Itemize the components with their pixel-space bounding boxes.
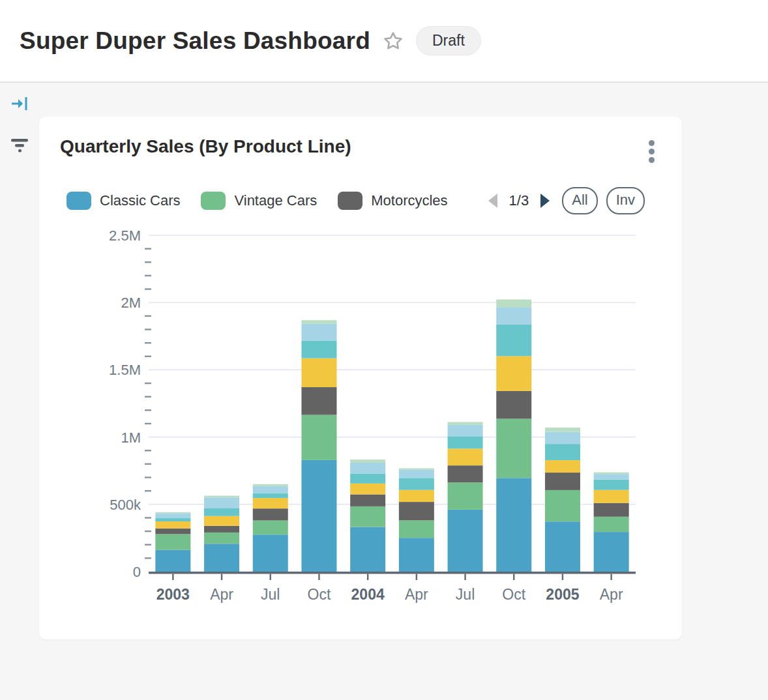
collapse-panel-button[interactable] xyxy=(7,92,32,115)
x-axis-tick-label: Oct xyxy=(502,586,525,603)
bar-segment[interactable] xyxy=(204,516,239,526)
x-axis-tick-label: Jul xyxy=(456,586,475,603)
bar-segment[interactable] xyxy=(301,320,336,324)
bar-segment[interactable] xyxy=(448,482,483,510)
bar-segment[interactable] xyxy=(399,538,434,572)
bar-segment[interactable] xyxy=(545,521,580,572)
bar-segment[interactable] xyxy=(204,526,239,532)
legend-item-vintage-cars[interactable]: Vintage Cars xyxy=(201,192,317,210)
bar-segment[interactable] xyxy=(350,484,385,495)
bar-segment[interactable] xyxy=(155,534,190,549)
bar-segment[interactable] xyxy=(496,419,531,478)
bar-segment[interactable] xyxy=(350,459,385,463)
bar-segment[interactable] xyxy=(496,325,531,357)
invert-selection-button[interactable]: Inv xyxy=(606,187,645,214)
bar-segment[interactable] xyxy=(204,496,239,498)
bar-segment[interactable] xyxy=(155,550,190,572)
bar-segment[interactable] xyxy=(350,463,385,474)
legend-label: Motorcycles xyxy=(371,192,447,209)
bar-segment[interactable] xyxy=(399,468,434,469)
chart-card: Quarterly Sales (By Product Line) Classi… xyxy=(39,117,682,639)
bar-segment[interactable] xyxy=(301,415,336,460)
bar-segment[interactable] xyxy=(496,356,531,390)
legend-item-classic-cars[interactable]: Classic Cars xyxy=(66,192,180,210)
bar-segment[interactable] xyxy=(253,534,288,572)
bar-segment[interactable] xyxy=(253,521,288,535)
stacked-bar-chart[interactable]: 0500k1M1.5M2M2.5M2003AprJulOct2004AprJul… xyxy=(39,220,682,611)
bar-segment[interactable] xyxy=(204,544,239,572)
bar-segment[interactable] xyxy=(350,495,385,506)
bar-segment[interactable] xyxy=(594,503,629,517)
bar-segment[interactable] xyxy=(594,490,629,503)
y-axis-tick-label: 0 xyxy=(133,564,141,580)
legend-page-indicator: 1/3 xyxy=(509,192,529,209)
bar-segment[interactable] xyxy=(204,508,239,516)
bar-segment[interactable] xyxy=(448,510,483,572)
bar-segment[interactable] xyxy=(399,478,434,489)
card-menu-button[interactable] xyxy=(645,136,658,167)
bar-segment[interactable] xyxy=(545,473,580,490)
bar-segment[interactable] xyxy=(496,299,531,307)
bar-segment[interactable] xyxy=(496,478,531,572)
x-axis-tick-label: Jul xyxy=(261,586,280,603)
bar-segment[interactable] xyxy=(350,506,385,527)
bar-segment[interactable] xyxy=(594,517,629,532)
bar-segment[interactable] xyxy=(155,518,190,521)
bar-segment[interactable] xyxy=(253,486,288,493)
legend-prev-arrow[interactable] xyxy=(484,191,501,211)
bar-segment[interactable] xyxy=(448,465,483,482)
chart-title: Quarterly Sales (By Product Line) xyxy=(60,136,351,157)
legend-item-motorcycles[interactable]: Motorcycles xyxy=(338,192,447,210)
bar-segment[interactable] xyxy=(253,493,288,498)
status-badge: Draft xyxy=(416,26,481,55)
bar-segment[interactable] xyxy=(448,448,483,465)
bar-segment[interactable] xyxy=(545,428,580,432)
bar-segment[interactable] xyxy=(155,521,190,529)
bar-segment[interactable] xyxy=(350,474,385,484)
bar-segment[interactable] xyxy=(204,532,239,544)
bar-segment[interactable] xyxy=(350,527,385,572)
select-all-button[interactable]: All xyxy=(562,187,597,214)
bar-segment[interactable] xyxy=(155,529,190,534)
bar-segment[interactable] xyxy=(301,341,336,358)
bar-segment[interactable] xyxy=(399,490,434,502)
legend-next-arrow[interactable] xyxy=(537,191,554,211)
y-axis-tick-label: 2.5M xyxy=(109,227,141,244)
x-axis-tick-label: Oct xyxy=(308,586,331,603)
x-axis-tick-label: Apr xyxy=(600,586,623,603)
x-axis-tick-label: 2005 xyxy=(546,586,579,603)
side-rail xyxy=(0,92,39,156)
x-axis-line xyxy=(149,572,636,574)
favorite-button[interactable] xyxy=(382,30,404,52)
bar-segment[interactable] xyxy=(399,520,434,538)
bar-segment[interactable] xyxy=(448,425,483,437)
bar-segment[interactable] xyxy=(594,532,629,572)
filter-button[interactable] xyxy=(7,135,33,156)
kebab-menu-icon xyxy=(649,140,655,163)
bar-segment[interactable] xyxy=(399,502,434,520)
bar-segment[interactable] xyxy=(301,387,336,415)
bar-segment[interactable] xyxy=(594,480,629,490)
bar-segment[interactable] xyxy=(253,484,288,486)
bar-segment[interactable] xyxy=(253,508,288,520)
bar-segment[interactable] xyxy=(496,391,531,419)
bar-segment[interactable] xyxy=(594,473,629,474)
bar-segment[interactable] xyxy=(448,436,483,448)
bar-segment[interactable] xyxy=(155,513,190,518)
x-axis-tick-label: Apr xyxy=(405,586,428,603)
bar-segment[interactable] xyxy=(545,444,580,460)
bar-segment[interactable] xyxy=(594,474,629,479)
bar-segment[interactable] xyxy=(448,422,483,424)
bar-segment[interactable] xyxy=(545,490,580,521)
bar-segment[interactable] xyxy=(496,307,531,325)
legend-items: Classic CarsVintage CarsMotorcycles xyxy=(66,192,469,210)
bar-segment[interactable] xyxy=(301,460,336,572)
bar-segment[interactable] xyxy=(301,324,336,341)
bar-segment[interactable] xyxy=(399,470,434,478)
bar-segment[interactable] xyxy=(204,497,239,508)
bar-segment[interactable] xyxy=(155,512,190,514)
bar-segment[interactable] xyxy=(545,432,580,444)
bar-segment[interactable] xyxy=(301,358,336,387)
bar-segment[interactable] xyxy=(253,498,288,508)
bar-segment[interactable] xyxy=(545,460,580,473)
